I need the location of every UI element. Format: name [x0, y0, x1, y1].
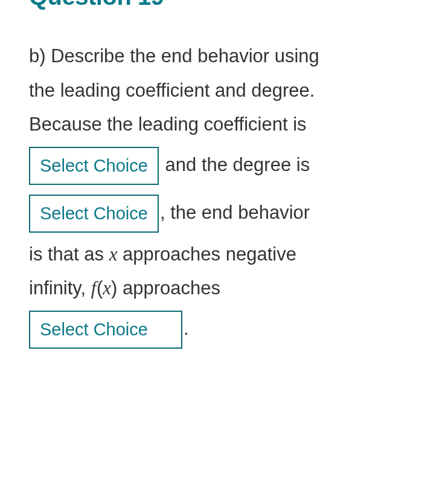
text-after-dropdown-1: and the degree is: [165, 154, 310, 175]
text-infinity-b: approaches negative: [117, 244, 296, 265]
select-choice-3[interactable]: Select Choice: [29, 311, 182, 349]
fx-paren-open: (: [97, 277, 103, 299]
prompt-line-2: the leading coefficient and degree.: [29, 80, 315, 101]
prompt-line-1: Describe the end behavior using: [51, 45, 319, 66]
variable-x: x: [109, 244, 118, 265]
part-label: b): [29, 45, 46, 66]
question-title: Question 19: [29, 0, 393, 10]
text-fx-a: infinity,: [29, 277, 91, 299]
fx-paren-close: ): [111, 277, 117, 299]
text-infinity-a: is that as: [29, 244, 109, 265]
text-after-dropdown-2: , the end behavior: [160, 201, 310, 222]
prompt-line-3: Because the leading coefficient is: [29, 114, 307, 135]
fx-f: f: [91, 277, 97, 299]
fx-x: x: [103, 277, 111, 299]
question-body: b) Describe the end behavior using the l…: [29, 40, 393, 352]
select-choice-2[interactable]: Select Choice: [29, 195, 159, 233]
period: .: [184, 318, 189, 339]
select-choice-1[interactable]: Select Choice: [29, 147, 159, 185]
text-fx-b: approaches: [117, 277, 220, 299]
